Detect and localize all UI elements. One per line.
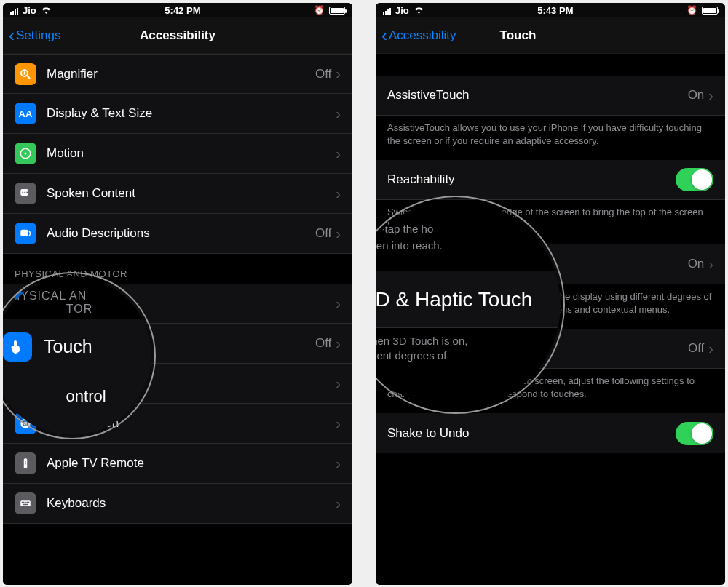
row-keyboards[interactable]: Keyboards › — [3, 484, 352, 524]
svg-point-5 — [25, 153, 27, 155]
chevron-right-icon: › — [336, 295, 341, 312]
status-bar: Jio 5:42 PM ⏰ — [3, 3, 352, 17]
row-label: Shake to Undo — [387, 426, 676, 441]
svg-line-1 — [27, 75, 30, 78]
row-value: On — [688, 88, 705, 103]
nav-bar: ‹ Settings Accessibility — [3, 17, 352, 54]
back-label: Accessibility — [389, 28, 456, 43]
row-label: Spoken Content — [47, 186, 336, 201]
footer-reachability: Swipe down on the bottom edge of the scr… — [376, 200, 725, 244]
status-bar: Jio 5:43 PM ⏰ — [376, 3, 725, 17]
svg-point-21 — [25, 463, 26, 465]
row-value: Off — [688, 341, 704, 356]
chevron-right-icon: › — [336, 335, 341, 352]
battery-icon — [329, 7, 345, 15]
alarm-icon: ⏰ — [687, 5, 697, 15]
toggle-shake-to-undo[interactable] — [676, 422, 713, 445]
row-label: Apple TV Remote — [47, 456, 336, 471]
signal-icon — [383, 7, 391, 15]
magnifier-icon — [15, 63, 36, 85]
svg-point-17 — [20, 418, 31, 428]
clock-label: 5:43 PM — [537, 5, 573, 16]
row-magnifier[interactable]: Magnifier Off › — [3, 54, 352, 94]
phone-touch: Jio 5:43 PM ⏰ ‹ Accessibility Touch Assi… — [376, 3, 725, 585]
row-assistive-touch[interactable]: AssistiveTouch On › — [376, 76, 725, 116]
row-label: Keyboards — [47, 496, 336, 511]
row-voice-control[interactable]: Voice Control › — [3, 364, 352, 404]
row-value: Off — [315, 226, 331, 241]
row-display-text-size[interactable]: AA Display & Text Size › — [3, 94, 352, 134]
row-switch-control[interactable]: Switch Control Off › — [3, 324, 352, 364]
row-value: Off — [315, 67, 331, 81]
row-home-button[interactable]: Home Button › — [3, 404, 352, 444]
row-label: Switch Control — [47, 336, 315, 351]
row-label: Touch Accommodations — [387, 341, 688, 356]
svg-rect-23 — [22, 502, 23, 503]
chevron-right-icon: › — [708, 256, 713, 273]
carrier-label: Jio — [23, 5, 36, 16]
row-value: Off — [315, 336, 331, 351]
chevron-right-icon: › — [708, 87, 713, 104]
row-label: Motion — [47, 146, 336, 161]
row-touch-accommodations[interactable]: Touch Accommodations Off › — [376, 329, 725, 369]
svg-rect-27 — [28, 502, 30, 503]
svg-point-7 — [22, 192, 23, 193]
chevron-left-icon: ‹ — [381, 27, 387, 44]
chevron-right-icon: › — [336, 65, 341, 82]
row-reachability[interactable]: Reachability — [376, 160, 725, 200]
svg-rect-24 — [23, 502, 25, 503]
nav-title: Accessibility — [140, 28, 215, 43]
row-shake-to-undo[interactable]: Shake to Undo — [376, 413, 725, 453]
row-label: Display & Text Size — [47, 106, 336, 121]
row-label: Voice Control — [47, 376, 336, 391]
voice-control-icon — [15, 372, 36, 394]
svg-point-9 — [26, 192, 28, 193]
svg-point-20 — [25, 461, 26, 463]
svg-rect-15 — [25, 380, 26, 387]
row-label: 3D & Haptic Touch — [387, 257, 688, 271]
row-touch[interactable]: Touch › — [3, 284, 352, 324]
svg-rect-28 — [23, 504, 28, 506]
svg-rect-22 — [20, 500, 31, 506]
chevron-right-icon: › — [336, 105, 341, 122]
keyboards-icon — [15, 492, 36, 514]
footer-accommod: If you have trouble using the touch scre… — [376, 369, 725, 413]
nav-title: Touch — [500, 28, 537, 43]
svg-point-12 — [23, 343, 25, 345]
switch-control-icon — [15, 332, 36, 354]
row-3d-haptic-touch[interactable]: 3D & Haptic Touch On › — [376, 244, 725, 284]
svg-rect-14 — [23, 381, 25, 386]
section-header: PHYSICAL AND MOTOR — [3, 254, 352, 284]
row-label: Audio Descriptions — [47, 226, 315, 241]
back-button[interactable]: ‹ Settings — [9, 27, 60, 44]
row-label: Home Button — [47, 416, 336, 431]
chevron-right-icon: › — [336, 185, 341, 202]
spoken-content-icon — [15, 183, 36, 204]
apple-tv-remote-icon — [15, 452, 36, 474]
row-apple-tv-remote[interactable]: Apple TV Remote › — [3, 444, 352, 484]
chevron-right-icon: › — [708, 340, 713, 357]
chevron-right-icon: › — [336, 375, 341, 392]
svg-rect-16 — [27, 382, 28, 386]
chevron-left-icon: ‹ — [9, 27, 15, 44]
row-spoken-content[interactable]: Spoken Content › — [3, 174, 352, 214]
chevron-right-icon: › — [336, 225, 341, 242]
toggle-reachability[interactable] — [676, 168, 713, 191]
signal-icon — [10, 7, 18, 15]
phone-accessibility: Jio 5:42 PM ⏰ ‹ Settings Accessibility M… — [3, 3, 352, 585]
svg-point-8 — [24, 192, 25, 193]
back-label: Settings — [16, 28, 60, 43]
clock-label: 5:42 PM — [165, 5, 200, 16]
text-size-icon: AA — [15, 103, 36, 124]
footer-haptic: When 3D Touch is on, you can press on th… — [376, 284, 725, 329]
battery-icon — [702, 7, 718, 15]
svg-rect-26 — [27, 502, 28, 503]
row-label: Touch — [47, 296, 336, 311]
settings-list: Magnifier Off › AA Display & Text Size ›… — [3, 54, 352, 585]
audio-descriptions-icon — [15, 223, 36, 244]
touch-icon — [15, 292, 36, 314]
row-motion[interactable]: Motion › — [3, 134, 352, 174]
back-button[interactable]: ‹ Accessibility — [381, 27, 456, 44]
footer-assistive: AssistiveTouch allows you to use your iP… — [376, 116, 725, 160]
row-audio-descriptions[interactable]: Audio Descriptions Off › — [3, 214, 352, 254]
